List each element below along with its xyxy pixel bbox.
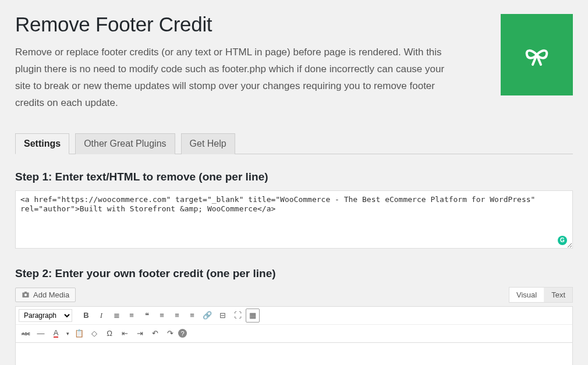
add-media-label: Add Media [33, 290, 69, 299]
hr-button[interactable]: — [34, 327, 48, 341]
page-title: Remove Footer Credit [15, 13, 483, 36]
page-header: Remove Footer Credit Remove or replace f… [15, 10, 573, 120]
tab-get-help[interactable]: Get Help [181, 133, 235, 154]
editor-mode-tabs: Visual Text [509, 287, 573, 303]
tab-visual[interactable]: Visual [509, 288, 544, 302]
add-media-button[interactable]: Add Media [15, 288, 76, 302]
align-center-button[interactable]: ≡ [170, 309, 184, 323]
toolbar-row-2: ᴀʙᴄ—A▾📋◇Ω⇤⇥↶↷? [16, 325, 572, 342]
link-button[interactable]: 🔗 [200, 309, 214, 323]
indent-button[interactable]: ⇥ [133, 327, 147, 341]
svg-rect-2 [24, 292, 27, 293]
step2-heading: Step 2: Enter your own footer credit (on… [15, 267, 573, 280]
svg-point-1 [24, 294, 27, 296]
remove-text-input[interactable]: <a href="https://woocommerce.com" target… [15, 190, 573, 249]
editor-content[interactable] [15, 343, 573, 365]
read-more-button[interactable]: ⊟ [215, 309, 229, 323]
number-list-button[interactable]: ≡ [125, 309, 139, 323]
bold-button[interactable]: B [79, 309, 93, 323]
clear-formatting-button[interactable]: ◇ [87, 327, 101, 341]
align-right-button[interactable]: ≡ [185, 309, 199, 323]
tab-settings[interactable]: Settings [15, 133, 69, 154]
text-color-button[interactable]: A [49, 327, 63, 341]
special-char-button[interactable]: Ω [102, 327, 116, 341]
align-left-button[interactable]: ≡ [155, 309, 169, 323]
bullet-list-button[interactable]: ≣ [109, 309, 123, 323]
fullscreen-button[interactable]: ⛶ [231, 309, 245, 323]
camera-icon [22, 290, 30, 299]
tab-other-plugins[interactable]: Other Great Plugins [75, 133, 175, 154]
italic-button[interactable]: I [94, 309, 108, 323]
format-select[interactable]: Paragraph [19, 309, 72, 322]
help-button[interactable]: ? [178, 329, 187, 338]
grammarly-icon[interactable]: G [558, 236, 567, 245]
toolbar-toggle-button[interactable]: ▦ [246, 309, 260, 323]
step1-heading: Step 1: Enter text/HTML to remove (one p… [15, 171, 573, 183]
bow-icon [521, 39, 552, 70]
outdent-button[interactable]: ⇤ [118, 327, 132, 341]
undo-button[interactable]: ↶ [148, 327, 162, 341]
page-description: Remove or replace footer credits (or any… [15, 44, 458, 112]
paste-text-button[interactable]: 📋 [72, 327, 86, 341]
blockquote-button[interactable]: ❝ [140, 309, 154, 323]
strikethrough-button[interactable]: ᴀʙᴄ [19, 327, 33, 341]
tab-text[interactable]: Text [544, 288, 572, 302]
editor-toolbar: Paragraph BI≣≡❝≡≡≡🔗⊟⛶▦ ᴀʙᴄ—A▾📋◇Ω⇤⇥↶↷? [15, 306, 573, 343]
toolbar-row-1: Paragraph BI≣≡❝≡≡≡🔗⊟⛶▦ [16, 307, 572, 325]
settings-tabs: Settings Other Great Plugins Get Help [15, 133, 573, 154]
redo-button[interactable]: ↷ [163, 327, 177, 341]
plugin-logo [501, 14, 573, 95]
text-color-dropdown-button[interactable]: ▾ [64, 327, 71, 341]
